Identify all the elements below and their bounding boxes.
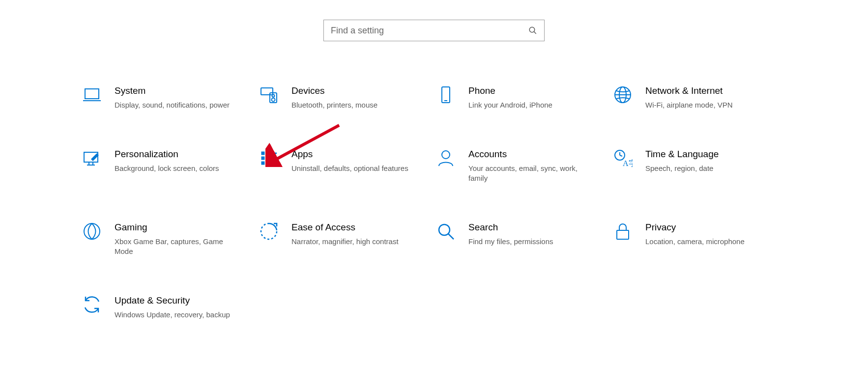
svg-line-32 [448,234,454,239]
svg-rect-33 [617,230,629,239]
category-gaming[interactable]: Gaming Xbox Game Bar, captures, Game Mod… [80,220,257,258]
category-desc: Your accounts, email, sync, work, family [468,164,586,184]
category-devices[interactable]: Devices Bluetooth, printers, mouse [257,83,434,112]
search-container [0,0,868,41]
category-title: System [115,85,230,97]
svg-rect-23 [262,162,264,164]
category-title: Devices [291,85,377,97]
category-desc: Speech, region, date [645,164,719,173]
category-title: Ease of Access [291,222,399,234]
svg-point-0 [529,27,535,32]
category-desc: Narrator, magnifier, high contrast [291,237,399,247]
category-desc: Uninstall, defaults, optional features [291,164,408,173]
category-ease-of-access[interactable]: Ease of Access Narrator, magnifier, high… [257,220,434,258]
settings-grid: System Display, sound, notifications, po… [0,83,868,322]
svg-line-28 [620,155,622,156]
svg-rect-19 [262,152,264,154]
ease-of-access-icon [259,222,279,241]
svg-rect-4 [261,88,273,95]
gaming-icon [82,222,102,241]
update-icon [82,295,102,314]
category-title: Network & Internet [645,85,733,97]
apps-icon [259,148,279,168]
category-system[interactable]: System Display, sound, notifications, po… [80,83,257,112]
category-title: Phone [468,85,552,97]
category-desc: Find my files, permissions [468,237,553,247]
category-desc: Wi-Fi, airplane mode, VPN [645,100,733,110]
category-desc: Location, camera, microphone [645,237,745,247]
category-title: Gaming [115,222,232,234]
svg-point-8 [272,95,275,97]
category-desc: Display, sound, notifications, power [115,100,230,110]
svg-text:A字: A字 [623,159,633,167]
category-privacy[interactable]: Privacy Location, camera, microphone [611,220,788,258]
category-accounts[interactable]: Accounts Your accounts, email, sync, wor… [434,146,611,185]
category-network[interactable]: Network & Internet Wi-Fi, airplane mode,… [611,83,788,112]
category-search[interactable]: Search Find my files, permissions [434,220,611,258]
category-desc: Xbox Game Bar, captures, Game Mode [115,237,232,257]
lock-icon [613,222,633,241]
category-time-language[interactable]: A字 Time & Language Speech, region, date [611,146,788,185]
category-update-security[interactable]: Update & Security Windows Update, recove… [80,293,257,322]
category-desc: Link your Android, iPhone [468,100,552,110]
category-title: Personalization [115,148,219,161]
category-title: Search [468,222,553,234]
category-title: Time & Language [645,148,719,161]
search-icon [528,26,537,35]
svg-rect-21 [262,157,264,159]
category-apps[interactable]: Apps Uninstall, defaults, optional featu… [257,146,434,185]
search-input[interactable] [331,26,528,36]
category-phone[interactable]: Phone Link your Android, iPhone [434,83,611,112]
category-title: Update & Security [115,295,230,307]
search-category-icon [436,222,456,241]
category-desc: Bluetooth, printers, mouse [291,100,377,110]
personalization-icon [82,148,102,168]
svg-point-30 [84,223,100,239]
svg-point-31 [439,224,450,235]
time-language-icon: A字 [613,148,633,168]
globe-icon [613,85,633,105]
phone-icon [436,85,456,105]
category-desc: Background, lock screen, colors [115,164,219,173]
category-desc: Windows Update, recovery, backup [115,310,230,320]
devices-icon [259,85,279,105]
svg-line-1 [534,31,536,34]
svg-point-25 [442,151,450,159]
accounts-icon [436,148,456,168]
category-personalization[interactable]: Personalization Background, lock screen,… [80,146,257,185]
svg-rect-2 [85,89,99,99]
search-box[interactable] [323,20,545,41]
svg-point-9 [272,98,275,102]
category-title: Privacy [645,222,745,234]
category-title: Apps [291,148,408,161]
category-title: Accounts [468,148,586,161]
laptop-icon [82,85,102,105]
